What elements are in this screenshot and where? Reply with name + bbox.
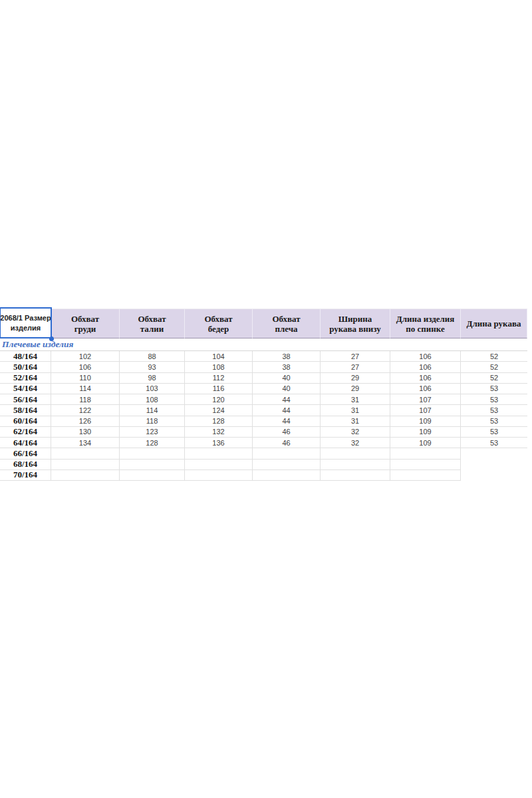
table-cell[interactable]: 27	[321, 362, 390, 372]
row-size-cell[interactable]: 50/164	[0, 362, 51, 372]
table-cell[interactable]	[321, 470, 390, 481]
column-header[interactable]: Длина рукава	[461, 309, 527, 338]
table-cell[interactable]: 120	[185, 394, 253, 405]
table-cell[interactable]	[390, 470, 461, 481]
row-size-cell[interactable]: 64/164	[0, 438, 51, 448]
section-row[interactable]: Плечевые изделия	[0, 338, 527, 351]
table-cell[interactable]	[390, 448, 461, 459]
table-cell[interactable]: 112	[185, 373, 253, 384]
row-size-cell[interactable]: 60/164	[0, 416, 51, 427]
table-cell[interactable]: 123	[120, 427, 185, 438]
table-cell[interactable]: 128	[185, 416, 253, 427]
table-cell[interactable]: 118	[120, 416, 185, 427]
table-cell[interactable]: 109	[390, 438, 461, 448]
table-cell[interactable]	[185, 448, 253, 459]
table-cell[interactable]: 109	[390, 427, 461, 438]
row-size-cell[interactable]: 52/164	[0, 373, 51, 384]
column-header[interactable]: Обхват бедер	[185, 309, 253, 338]
table-cell[interactable]: 108	[185, 362, 253, 372]
table-cell[interactable]: 53	[461, 427, 527, 438]
table-cell[interactable]: 40	[253, 384, 321, 394]
table-cell[interactable]: 52	[461, 373, 527, 384]
table-cell[interactable]: 98	[120, 373, 185, 384]
row-size-cell[interactable]: 58/164	[0, 405, 51, 416]
table-cell[interactable]: 29	[321, 373, 390, 384]
table-cell[interactable]: 110	[51, 373, 120, 384]
table-cell[interactable]: 31	[321, 394, 390, 405]
table-cell[interactable]: 109	[390, 416, 461, 427]
table-cell[interactable]: 104	[185, 351, 253, 362]
table-cell[interactable]: 114	[51, 384, 120, 394]
table-cell[interactable]: 136	[185, 438, 253, 448]
table-cell[interactable]	[390, 460, 461, 470]
table-cell[interactable]: 118	[51, 394, 120, 405]
table-cell[interactable]: 38	[253, 351, 321, 362]
table-cell[interactable]: 102	[51, 351, 120, 362]
table-cell[interactable]: 52	[461, 362, 527, 372]
column-header[interactable]: Ширина рукава внизу	[321, 309, 390, 338]
column-header[interactable]: Длина изделия по спинке	[390, 309, 461, 338]
table-cell[interactable]	[185, 460, 253, 470]
table-cell[interactable]	[120, 470, 185, 481]
table-cell[interactable]: 93	[120, 362, 185, 372]
table-cell[interactable]: 106	[390, 384, 461, 394]
column-header[interactable]: Обхват плеча	[253, 309, 321, 338]
row-size-cell[interactable]: 62/164	[0, 427, 51, 438]
row-size-cell[interactable]: 48/164	[0, 351, 51, 362]
table-cell[interactable]: 132	[185, 427, 253, 438]
table-cell[interactable]: 122	[51, 405, 120, 416]
table-cell[interactable]: 108	[120, 394, 185, 405]
table-cell[interactable]: 52	[461, 351, 527, 362]
table-cell[interactable]: 46	[253, 438, 321, 448]
table-cell[interactable]: 106	[390, 351, 461, 362]
table-cell[interactable]: 106	[51, 362, 120, 372]
table-cell[interactable]	[185, 470, 253, 481]
table-cell[interactable]: 107	[390, 405, 461, 416]
table-cell[interactable]	[253, 470, 321, 481]
column-header[interactable]: Обхват груди	[51, 309, 120, 338]
table-cell[interactable]: 53	[461, 384, 527, 394]
table-cell[interactable]	[51, 470, 120, 481]
table-cell[interactable]	[321, 448, 390, 459]
table-cell[interactable]: 107	[390, 394, 461, 405]
table-cell[interactable]	[51, 448, 120, 459]
table-cell[interactable]	[253, 460, 321, 470]
table-cell[interactable]: 27	[321, 351, 390, 362]
table-cell[interactable]: 53	[461, 416, 527, 427]
table-cell[interactable]	[120, 460, 185, 470]
table-cell[interactable]: 29	[321, 384, 390, 394]
table-cell[interactable]: 46	[253, 427, 321, 438]
table-cell[interactable]: 53	[461, 405, 527, 416]
table-cell[interactable]	[461, 470, 527, 481]
table-cell[interactable]	[51, 460, 120, 470]
table-cell[interactable]	[461, 460, 527, 470]
table-cell[interactable]: 106	[390, 362, 461, 372]
table-cell[interactable]	[253, 448, 321, 459]
table-cell[interactable]: 106	[390, 373, 461, 384]
table-cell[interactable]: 40	[253, 373, 321, 384]
table-cell[interactable]: 116	[185, 384, 253, 394]
table-cell[interactable]: 31	[321, 405, 390, 416]
table-cell[interactable]: 126	[51, 416, 120, 427]
table-cell[interactable]: 134	[51, 438, 120, 448]
fill-handle[interactable]	[49, 336, 54, 341]
table-cell[interactable]: 53	[461, 438, 527, 448]
table-cell[interactable]: 88	[120, 351, 185, 362]
table-cell[interactable]: 114	[120, 405, 185, 416]
table-cell[interactable]: 53	[461, 394, 527, 405]
table-cell[interactable]: 44	[253, 416, 321, 427]
table-cell[interactable]	[321, 460, 390, 470]
row-size-cell[interactable]: 54/164	[0, 384, 51, 394]
row-size-cell[interactable]: 68/164	[0, 460, 51, 470]
table-cell[interactable]: 44	[253, 405, 321, 416]
table-cell[interactable]: 130	[51, 427, 120, 438]
table-cell[interactable]: 38	[253, 362, 321, 372]
column-header[interactable]: Обхват талии	[120, 309, 185, 338]
table-cell[interactable]: 128	[120, 438, 185, 448]
table-cell[interactable]	[120, 448, 185, 459]
table-cell[interactable]: 44	[253, 394, 321, 405]
row-size-cell[interactable]: 70/164	[0, 470, 51, 481]
row-size-cell[interactable]: 66/164	[0, 448, 51, 459]
table-cell[interactable]: 124	[185, 405, 253, 416]
row-size-cell[interactable]: 56/164	[0, 394, 51, 405]
